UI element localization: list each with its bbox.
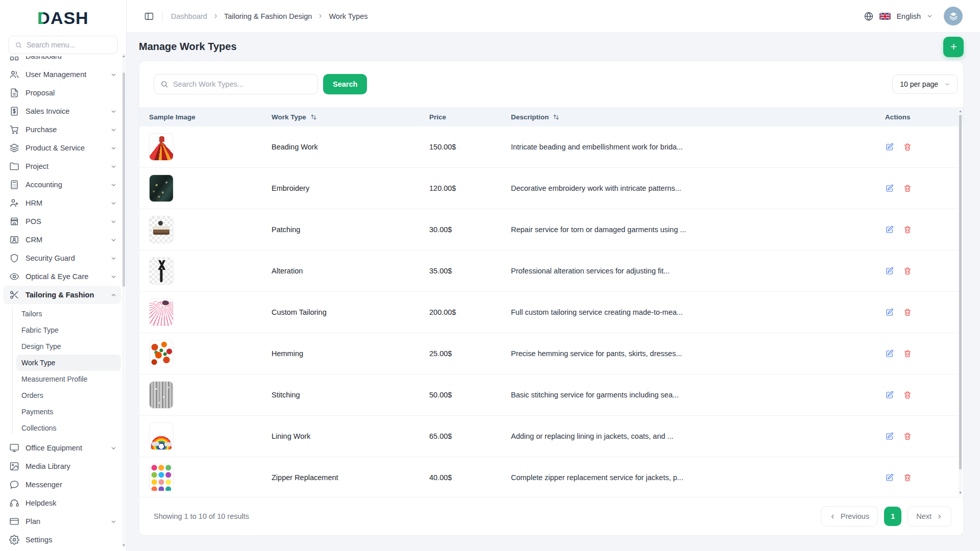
sidebar-item-label: Product & Service (26, 144, 85, 152)
sidebar-scrollbar[interactable]: ▲ ▼ (122, 53, 126, 548)
chevron-down-icon[interactable] (926, 13, 933, 19)
work-type-search-input[interactable] (173, 80, 311, 88)
sidebar-item-sales-invoice[interactable]: Sales Invoice (3, 102, 121, 120)
topbar: DashboardTailoring & Fashion DesignWork … (127, 0, 980, 33)
cell-work-type: Zipper Replacement (272, 473, 429, 482)
sidebar-item-user-management[interactable]: User Management (3, 65, 121, 84)
edit-icon[interactable] (885, 308, 894, 317)
sidebar-subitem-payments[interactable]: Payments (16, 404, 121, 420)
edit-icon[interactable] (885, 390, 894, 399)
search-button[interactable]: Search (323, 74, 367, 94)
scrollbar-up-arrow-icon[interactable]: ▲ (959, 109, 962, 114)
scrollbar-thumb[interactable] (959, 115, 962, 469)
sidebar-item-optical-eye-care[interactable]: Optical & Eye Care (3, 267, 121, 286)
sidebar-item-hrm[interactable]: HRM (3, 194, 121, 212)
sidebar-item-tailoring-fashion[interactable]: Tailoring & Fashion (3, 286, 121, 304)
uk-flag-icon[interactable] (879, 13, 891, 20)
sample-image-buttons (149, 464, 174, 491)
search-icon (15, 41, 22, 49)
trash-icon[interactable] (903, 142, 912, 152)
scrollbar-up-arrow-icon[interactable]: ▲ (122, 54, 126, 59)
sidebar-item-helpdesk[interactable]: Helpdesk (3, 494, 121, 512)
edit-icon[interactable] (885, 225, 894, 234)
add-work-type-button[interactable] (943, 37, 964, 57)
title-row: Manage Work Types (139, 33, 964, 61)
table-row-hemming: Hemming25.00$Precise hemming service for… (139, 333, 963, 374)
next-page-button[interactable]: Next (908, 506, 951, 527)
scrollbar-thumb[interactable] (122, 72, 125, 287)
plan-icon (9, 516, 19, 527)
trash-icon[interactable] (903, 184, 912, 193)
sidebar-item-crm[interactable]: CRM (3, 231, 121, 249)
chevron-down-icon (110, 71, 117, 78)
sidebar-item-plan[interactable]: Plan (3, 512, 121, 531)
dash-logo: DDASH (37, 9, 88, 27)
sidebar-subitem-orders[interactable]: Orders (16, 387, 121, 404)
avatar[interactable] (944, 7, 963, 26)
breadcrumb-item-dashboard[interactable]: Dashboard (171, 12, 207, 20)
language-label[interactable]: English (896, 12, 921, 20)
sort-icon[interactable] (552, 113, 560, 121)
edit-icon[interactable] (885, 266, 894, 276)
column-header-description[interactable]: Description (511, 113, 885, 121)
sidebar-item-media-library[interactable]: Media Library (3, 457, 121, 475)
cell-sample-image (149, 422, 272, 450)
sidebar-item-messenger[interactable]: Messenger (3, 475, 121, 494)
edit-icon[interactable] (885, 184, 894, 193)
sidebar-toggle-icon[interactable] (144, 11, 154, 21)
table-scrollbar[interactable]: ▲ ▼ (959, 108, 962, 496)
breadcrumb-item-tailoring-fashion-design[interactable]: Tailoring & Fashion Design (224, 12, 312, 20)
sidebar: DDASH DashboardUser ManagementProposalSa… (0, 0, 127, 551)
sidebar-item-settings[interactable]: Settings (3, 531, 121, 549)
sidebar-subitem-work-type[interactable]: Work Type (16, 355, 121, 371)
column-label: Description (511, 113, 549, 121)
trash-icon[interactable] (903, 225, 912, 234)
trash-icon[interactable] (903, 266, 912, 276)
sidebar-item-product-service[interactable]: Product & Service (3, 139, 121, 157)
cell-description: Intricate beading and embellishment work… (511, 143, 885, 151)
sidebar-subitem-collections[interactable]: Collections (16, 420, 121, 436)
sidebar-item-label: POS (26, 217, 41, 226)
scrollbar-down-arrow-icon[interactable]: ▼ (122, 543, 126, 548)
scrollbar-down-arrow-icon[interactable]: ▼ (959, 490, 962, 495)
sidebar-subitem-measurement-profile[interactable]: Measurement Profile (16, 371, 121, 387)
sidebar-item-office-equipment[interactable]: Office Equipment (3, 439, 121, 457)
topbar-divider (162, 11, 163, 22)
edit-icon[interactable] (885, 432, 894, 441)
column-header-work-type[interactable]: Work Type (272, 113, 429, 121)
cell-price: 35.00$ (429, 267, 511, 275)
column-label: Price (429, 113, 446, 121)
sidebar-subitem-design-type[interactable]: Design Type (16, 338, 121, 355)
trash-icon[interactable] (903, 432, 912, 441)
sidebar-item-pos[interactable]: POS (3, 212, 121, 231)
sidebar-item-security-guard[interactable]: Security Guard (3, 249, 121, 267)
cell-work-type: Patching (272, 226, 429, 234)
table-row-patching: Patching30.00$Repair service for torn or… (139, 209, 963, 251)
per-page-select[interactable]: 10 per page (892, 74, 958, 94)
trash-icon[interactable] (903, 349, 912, 358)
cell-actions (885, 308, 963, 317)
globe-icon[interactable] (864, 11, 874, 21)
sidebar-item-proposal[interactable]: Proposal (3, 84, 121, 102)
trash-icon[interactable] (903, 473, 912, 482)
cell-description: Adding or replacing lining in jackets, c… (511, 432, 885, 440)
sidebar-item-dashboard[interactable]: Dashboard (3, 56, 121, 65)
edit-icon[interactable] (885, 349, 894, 358)
chevron-down-icon (110, 237, 117, 243)
work-types-card: Search 10 per page Sample ImageWork Type… (139, 61, 964, 536)
sidebar-subitem-tailors[interactable]: Tailors (16, 306, 121, 322)
sidebar-search-input[interactable] (27, 41, 111, 49)
table-toolbar: Search 10 per page (139, 61, 963, 107)
edit-icon[interactable] (885, 473, 894, 482)
sort-icon[interactable] (310, 113, 317, 121)
trash-icon[interactable] (903, 308, 912, 317)
trash-icon[interactable] (903, 390, 912, 399)
sample-image-flower-embroidery (149, 340, 174, 367)
page-1-button[interactable]: 1 (884, 507, 901, 526)
sidebar-item-project[interactable]: Project (3, 157, 121, 176)
sidebar-item-accounting[interactable]: Accounting (3, 176, 121, 194)
previous-page-button[interactable]: Previous (821, 506, 878, 527)
sidebar-subitem-fabric-type[interactable]: Fabric Type (16, 322, 121, 338)
sidebar-item-purchase[interactable]: Purchase (3, 120, 121, 139)
edit-icon[interactable] (885, 142, 894, 152)
